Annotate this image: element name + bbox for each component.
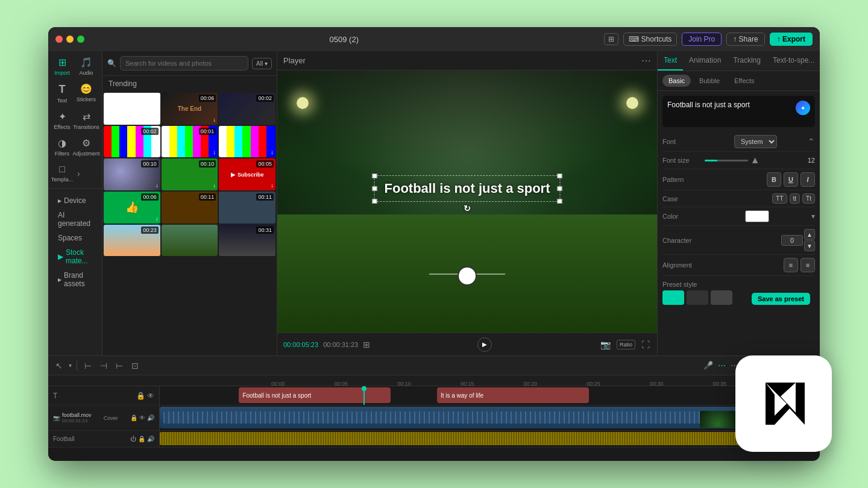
media-thumb[interactable] — [104, 93, 160, 125]
media-thumb[interactable]: 00:10 ↓ — [162, 158, 218, 190]
ai-enhance-button[interactable]: ✦ — [796, 101, 810, 115]
case-lowercase-btn[interactable]: tt — [790, 193, 800, 204]
tab-text[interactable]: Text — [658, 51, 683, 70]
case-titlecase-btn[interactable]: Tt — [802, 193, 815, 204]
source-brand-assets[interactable]: ▶ Brand assets — [53, 268, 97, 291]
select-tool-btn[interactable]: ↖ — [53, 360, 65, 372]
media-thumb[interactable]: ↓ — [219, 126, 275, 158]
media-thumb[interactable]: 00:06 👍 ↓ — [104, 192, 160, 224]
player-menu-icon[interactable]: ⋯ — [641, 55, 651, 66]
tool-transitions[interactable]: ⇄ Transitions — [75, 108, 98, 133]
link-icon[interactable]: ⋯ — [717, 360, 727, 371]
play-button[interactable]: ▶ — [477, 337, 492, 352]
resize-handle-mr[interactable] — [558, 186, 562, 191]
source-stock[interactable]: ▶ Stock mate... — [53, 245, 97, 268]
rotate-handle[interactable]: ↻ — [464, 204, 471, 213]
audio-volume-icon[interactable]: 🔊 — [147, 436, 154, 442]
subtab-bubble[interactable]: Bubble — [693, 75, 726, 87]
ratio-badge[interactable]: Ratio — [617, 340, 635, 349]
tool-text[interactable]: T Text — [51, 80, 74, 107]
tab-text-to-speech[interactable]: Text-to-spe... — [767, 51, 820, 70]
crop-left-btn[interactable]: ⊣ — [98, 360, 110, 372]
case-uppercase-btn[interactable]: TT — [772, 193, 787, 204]
share-button[interactable]: ↑ Share — [726, 33, 764, 46]
media-thumb[interactable]: 00:23 — [104, 225, 160, 257]
mic-icon[interactable]: 🎤 — [702, 360, 714, 371]
audio-lock-icon[interactable]: 🔒 — [138, 436, 145, 442]
video-clip[interactable] — [160, 407, 800, 428]
italic-button[interactable]: I — [800, 172, 815, 187]
join-pro-button[interactable]: Join Pro — [682, 33, 722, 46]
tool-templates[interactable]: □ Templa... — [51, 161, 74, 186]
font-size-slider[interactable]: ▲ — [705, 155, 760, 166]
align-left-btn[interactable]: ≡ — [784, 258, 798, 272]
font-select[interactable]: System — [734, 135, 777, 148]
delete-btn[interactable]: ⊡ — [129, 360, 141, 372]
character-decrement-btn[interactable]: ▼ — [804, 240, 815, 251]
fullscreen-icon[interactable]: ⛶ — [640, 339, 651, 351]
bold-button[interactable]: B — [767, 172, 781, 187]
tool-arrow-icon[interactable]: ▾ — [69, 362, 72, 369]
media-thumb[interactable]: 00:11 — [219, 192, 275, 224]
media-thumb[interactable]: 00:11 — [162, 192, 218, 224]
video-audio-icon[interactable]: 🔊 — [147, 414, 154, 421]
subtab-basic[interactable]: Basic — [662, 75, 691, 87]
shortcuts-button[interactable]: ⌨ Shortcuts — [623, 33, 678, 46]
filter-button[interactable]: All ▾ — [252, 58, 272, 69]
screen-btn[interactable]: ⊞ — [604, 33, 618, 45]
close-button[interactable] — [55, 36, 63, 43]
tool-filters[interactable]: ◑ Filters — [51, 134, 74, 160]
tool-import[interactable]: ⊞ Import — [51, 54, 74, 79]
crop-right-btn[interactable]: ⊢ — [113, 360, 125, 372]
source-device[interactable]: ▶ Device — [53, 193, 97, 208]
maximize-button[interactable] — [77, 36, 84, 43]
export-button[interactable]: ↑ Export — [770, 33, 813, 46]
resize-handle-tl[interactable] — [373, 174, 377, 178]
tool-adjustment[interactable]: ⚙ Adjustment — [75, 134, 98, 160]
source-spaces[interactable]: Spaces — [53, 231, 97, 245]
search-input[interactable] — [120, 56, 248, 70]
media-thumb[interactable]: 00:06 The End ↓ — [162, 93, 218, 125]
minimize-button[interactable] — [66, 36, 74, 43]
tool-audio[interactable]: 🎵 Audio — [75, 54, 98, 79]
more-tools-btn[interactable]: › — [75, 161, 83, 186]
resize-handle-br[interactable] — [558, 199, 562, 204]
screenshot-icon[interactable]: 📷 — [599, 339, 612, 351]
align-center-btn[interactable]: ≡ — [800, 258, 815, 272]
media-thumb[interactable]: 00:02 — [219, 93, 275, 125]
text-clip-2[interactable]: It is a way of life — [437, 387, 589, 403]
color-swatch[interactable] — [745, 210, 769, 222]
source-ai-generated[interactable]: AI generated — [53, 208, 97, 231]
lock-icon[interactable]: 🔒 — [136, 392, 145, 400]
resize-handle-ml[interactable] — [373, 186, 377, 191]
subtab-effects[interactable]: Effects — [728, 75, 760, 87]
media-thumb[interactable]: 00:01 ↓ — [162, 126, 218, 158]
save-as-preset-button[interactable]: Save as preset — [752, 293, 810, 305]
resize-handle-tr[interactable] — [558, 174, 562, 178]
video-lock-icon[interactable]: 🔒 — [130, 414, 137, 421]
tab-tracking[interactable]: Tracking — [727, 51, 767, 70]
text-clip-1[interactable]: Football is not just a sport — [239, 387, 391, 403]
resize-handle-bl[interactable] — [373, 199, 377, 204]
media-thumb[interactable]: 00:10 ↓ — [104, 158, 160, 190]
character-increment-btn[interactable]: ▲ — [804, 229, 815, 240]
underline-button[interactable]: U — [784, 172, 798, 187]
text-overlay-box[interactable]: Football is not just a sport ↻ — [374, 175, 561, 202]
font-expand-icon[interactable]: ⌃ — [808, 137, 815, 146]
eye-icon[interactable]: 👁 — [147, 392, 154, 400]
media-thumb[interactable] — [162, 225, 218, 257]
color-expand-icon[interactable]: ▾ — [811, 212, 815, 221]
media-thumb[interactable]: 00:02 ↓ — [104, 126, 160, 158]
preset-item-3[interactable] — [711, 290, 732, 305]
audio-power-icon[interactable]: ⏻ — [130, 436, 136, 442]
font-size-up-icon[interactable]: ▲ — [750, 155, 760, 166]
tab-animation[interactable]: Animation — [683, 51, 727, 70]
tool-effects[interactable]: ✦ Effects — [51, 108, 74, 133]
split-btn[interactable]: ⊢ — [82, 360, 94, 372]
video-eye-icon[interactable]: 👁 — [139, 414, 145, 421]
media-thumb[interactable]: 00:05 ▶ Subscribe ↓ — [219, 158, 275, 190]
preset-item-2[interactable] — [687, 290, 708, 305]
media-thumb[interactable]: 00:31 — [219, 225, 275, 257]
tool-stickers[interactable]: 😊 Stickers — [75, 80, 98, 107]
preset-item-1[interactable] — [662, 290, 684, 305]
